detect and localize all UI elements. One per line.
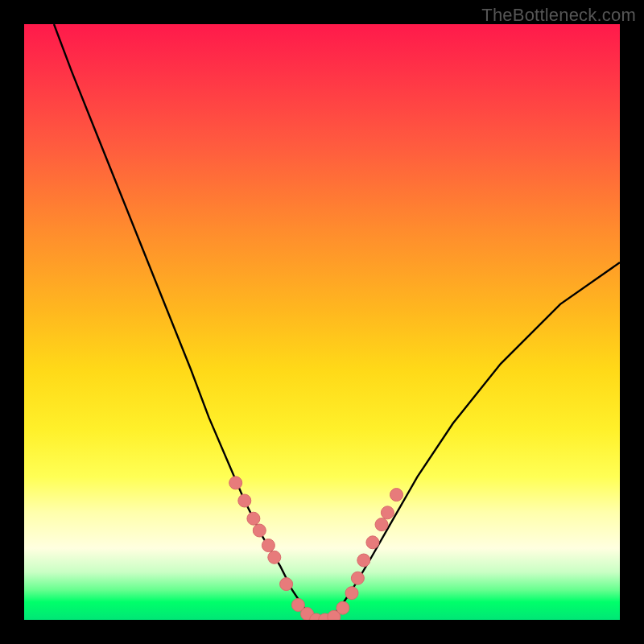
bottleneck-curve: [54, 24, 620, 620]
marker-point: [280, 578, 293, 591]
marker-point: [336, 601, 349, 614]
marker-point: [366, 536, 379, 549]
marker-point: [351, 572, 364, 584]
marker-point: [381, 506, 394, 519]
marker-point: [253, 524, 266, 537]
marker-point: [229, 477, 242, 489]
plot-area: [24, 24, 620, 620]
chart-stage: TheBottleneck.com: [0, 0, 644, 644]
marker-point: [268, 551, 281, 564]
marker-point: [390, 489, 403, 502]
watermark-text: TheBottleneck.com: [481, 5, 636, 26]
marker-point: [357, 554, 370, 567]
marker-point: [238, 494, 251, 507]
marker-point: [375, 518, 388, 531]
marker-point: [247, 512, 260, 525]
marker-point: [345, 587, 358, 600]
marker-point: [262, 539, 275, 552]
chart-overlay: [24, 24, 620, 620]
